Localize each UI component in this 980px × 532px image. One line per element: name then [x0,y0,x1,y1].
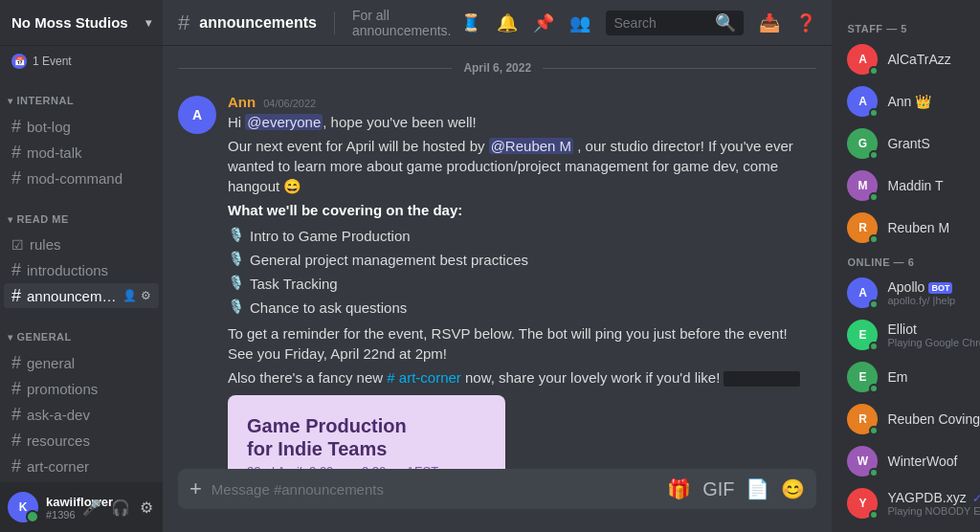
messages-area: April 6, 2022 A Ann 04/06/2022 Hi @every… [163,46,832,469]
channel-promotions[interactable]: # promotions [4,376,159,401]
help-icon[interactable]: ❓ [795,12,816,33]
list-item: Task Tracking [250,274,338,294]
mute-icon[interactable]: 🎤 [80,497,103,519]
check-icon: ☑ [11,237,24,253]
channel-introductions[interactable]: # introductions [4,257,159,282]
settings-icon[interactable]: ⚙ [138,497,155,519]
input-icons: 🎁 GIF 📄 😊 [667,477,805,500]
channel-bot-log[interactable]: # bot-log [4,114,159,139]
bullet-icon: 🎙️ [228,226,244,245]
message-avatar: A [178,96,216,134]
members-icon[interactable]: 👥 [569,12,590,33]
emoji-icon[interactable]: 😊 [781,477,805,500]
channel-mod-command[interactable]: # mod-command [4,166,159,190]
message-input[interactable] [212,470,657,509]
member-name: Reuben M [887,220,949,235]
category-internal[interactable]: ▾INTERNAL + [0,77,163,113]
member-info: Ann 👑 [887,94,980,109]
member-activity: apollo.fy/ |help [887,295,980,306]
member-icon[interactable]: 👤 [122,289,137,302]
hash-icon: # [11,354,21,371]
server-header[interactable]: No Moss Studios ▾ [0,0,163,46]
message-item: A Ann 04/06/2022 Hi @everyone, hope you'… [163,90,832,469]
channel-name: rules [30,236,151,253]
hash-icon: # [11,406,21,423]
channel-pet-corner[interactable]: # pet-corner [4,479,159,482]
member-info: Reuben Covington [887,411,980,427]
everyone-mention[interactable]: @everyone [245,114,323,130]
status-dot [869,384,879,393]
main-content: # announcements For all announcements. 🧵… [163,0,832,532]
online-section-header: ONLINE — 6 [843,249,980,272]
channel-general[interactable]: # general [4,350,159,375]
footer-tag: #1396 [46,509,73,521]
hash-icon: # [11,261,21,278]
inbox-icon[interactable]: 📥 [759,12,780,33]
member-avatar: A [847,86,878,117]
category-general[interactable]: ▾GENERAL + [0,313,163,349]
header-divider [334,11,335,34]
reuben-mention[interactable]: @Reuben M [489,138,573,154]
search-input[interactable] [613,15,709,31]
member-avatar: R [847,212,878,243]
gif-icon[interactable]: GIF [702,478,734,500]
event-icon: 📅 [11,54,27,69]
member-grants[interactable]: G GrantS [843,122,980,165]
channel-header-name: announcements [199,14,317,32]
category-read-me[interactable]: ▾READ ME + [0,195,163,232]
event-card-date: 22nd April, 2:00pm - 2:30pm AEST [247,464,486,469]
member-alcatrazz[interactable]: A AlCaTrAzz [843,38,980,80]
channel-ask-a-dev[interactable]: # ask-a-dev [4,402,159,427]
member-avatar: R [847,404,878,434]
read-me-channels: ☑ rules # introductions # announcements … [0,233,163,313]
member-winterwoof[interactable]: W WinterWoof [843,440,980,482]
member-ann[interactable]: A Ann 👑 [843,80,980,122]
offline-section-header: OFFLINE — 20 [843,524,980,532]
headset-icon[interactable]: 🎧 [109,497,132,519]
channel-mod-talk[interactable]: # mod-talk [4,140,159,165]
member-elliot[interactable]: E Elliot Playing Google Chrome [843,314,980,356]
member-avatar: Y [847,488,878,519]
event-card-title: Game Productionfor Indie Teams [247,414,486,460]
threads-icon[interactable]: 🧵 [460,12,481,33]
search-icon: 🔍 [715,12,736,33]
channel-action-icons: 👤 ⚙ [122,289,151,302]
member-avatar: A [847,277,878,308]
member-info: Elliot Playing Google Chrome [887,321,980,348]
member-info: Em [887,369,980,385]
settings-icon[interactable]: ⚙ [141,289,151,302]
hash-icon: # [11,457,21,475]
channel-art-corner[interactable]: # art-corner [4,454,159,478]
channel-header-hash-icon: # [178,11,189,35]
member-avatar: E [847,320,878,350]
member-avatar: M [847,170,878,201]
event-banner[interactable]: 📅 1 Event [0,46,163,77]
message-author[interactable]: Ann [228,94,256,110]
add-attachment-button[interactable]: + [189,469,202,509]
header-search-box[interactable]: 🔍 [606,11,744,35]
notification-bell-icon[interactable]: 🔔 [497,12,518,33]
right-sidebar: STAFF — 5 A AlCaTrAzz A Ann 👑 G GrantS M [832,0,980,532]
member-apollo[interactable]: A ApolloBOT apollo.fy/ |help [843,272,980,314]
member-reuben-covington[interactable]: R Reuben Covington [843,398,980,440]
channel-rules[interactable]: ☑ rules [4,233,159,256]
message-timestamp: 04/06/2022 [263,98,316,109]
art-corner-link[interactable]: # art-corner [387,369,461,386]
channel-header-description: For all announcements. [352,8,452,38]
channel-announcements[interactable]: # announcements 👤 ⚙ [4,283,159,308]
member-yagpdb[interactable]: Y YAGPDB.xyz ✓BOT Playing NOBODY EXPECTS… [843,482,980,524]
pin-icon[interactable]: 📌 [533,12,554,33]
status-dot [869,342,879,351]
member-reuben-m[interactable]: R Reuben M [843,207,980,249]
sticker-icon[interactable]: 📄 [746,477,769,500]
member-info: GrantS [887,136,980,151]
list-item: Chance to ask questions [250,298,407,318]
channel-resources[interactable]: # resources [4,428,159,453]
category-read-me-label: READ ME [17,213,69,225]
channel-name: mod-talk [27,144,151,161]
gift-icon[interactable]: 🎁 [667,477,691,500]
member-maddin-t[interactable]: M Maddin T [843,165,980,207]
member-name: GrantS [887,136,929,151]
member-em[interactable]: E Em [843,356,980,398]
message-input-area: + 🎁 GIF 📄 😊 [163,469,832,532]
